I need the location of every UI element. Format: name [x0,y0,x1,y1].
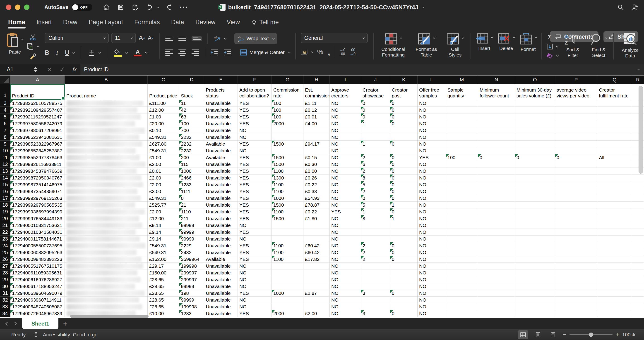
cell-C31[interactable]: £28.65 [148,290,179,297]
cell-H7[interactable] [304,127,330,134]
cell-J17[interactable]: 0 [361,195,390,202]
cell-I19[interactable]: YES [330,208,361,215]
cell-I26[interactable]: NO [330,256,361,263]
cell-N3[interactable] [478,100,515,107]
align-left-icon[interactable] [165,49,173,56]
cell-N29[interactable] [478,276,515,283]
cell-K8[interactable] [390,134,418,141]
cell-N34[interactable] [478,310,515,317]
cell-M22[interactable] [446,229,478,236]
cell-C4[interactable]: £12.00 [148,107,179,114]
cell-G33[interactable] [272,303,304,310]
cell-L31[interactable]: NO [418,290,446,297]
cell-G21[interactable] [272,222,304,229]
cell-A20[interactable]: 1729399976584449183 [10,215,65,222]
minimize-window-icon[interactable] [15,4,20,10]
cell-J6[interactable]: 1 [361,120,390,127]
cell-M20[interactable] [446,215,478,222]
cell-D27[interactable]: 199998 [179,263,204,269]
row-header-15[interactable]: 15 [0,181,10,188]
cell-F1[interactable]: Add to open collaboration? [238,84,272,100]
cell-M11[interactable]: 100 [446,154,478,161]
cell-J32[interactable] [361,297,390,303]
column-header-J[interactable]: J [361,75,390,84]
cell-B13[interactable] [65,168,148,174]
cell-F24[interactable]: YES [238,242,272,249]
comma-style-button[interactable]: , [328,50,330,54]
cell-C13[interactable]: £0.01 [148,168,179,174]
row-header-6[interactable]: 6 [0,120,10,127]
cell-E23[interactable]: Unavailable [204,236,238,242]
format-as-table-button[interactable]: Format as Table [414,33,439,58]
cell-P9[interactable] [555,141,597,147]
cell-Q17[interactable] [597,195,632,202]
cell-P8[interactable] [555,134,597,141]
cell-N4[interactable] [478,107,515,114]
more-commands-icon[interactable]: ··· [180,3,188,11]
cell-O23[interactable] [515,236,555,242]
cell-M15[interactable] [446,181,478,188]
cell-G1[interactable]: Commission rate [272,84,304,100]
cell-G16[interactable]: 1100 [272,188,304,195]
cell-J21[interactable] [361,222,390,229]
tab-view[interactable]: View [226,16,240,28]
cell-K26[interactable]: 0 [390,256,418,263]
cell-J30[interactable] [361,283,390,290]
cell-N32[interactable] [478,297,515,303]
cell-R15[interactable] [632,181,644,188]
cell-L29[interactable]: NO [418,276,446,283]
cell-C14[interactable]: £2.00 [148,174,179,181]
accessibility-status[interactable]: Accessibility: Good to go [43,332,98,338]
cell-C18[interactable]: £525.77 [148,202,179,208]
cell-K29[interactable] [390,276,418,283]
cell-J15[interactable]: 5 [361,181,390,188]
increase-decimal-button[interactable]: ←0.00 [340,48,345,56]
cell-P25[interactable] [555,249,597,256]
cell-F27[interactable]: NO [238,263,272,269]
cell-M17[interactable] [446,195,478,202]
cell-H1[interactable]: Est. commission [304,84,330,100]
cell-O13[interactable] [515,168,555,174]
format-cells-button[interactable]: Format [520,33,536,52]
cell-E13[interactable]: Unavailable [204,168,238,174]
wrap-text-button[interactable]: abc Wrap Text [234,33,277,44]
cell-R33[interactable] [632,303,644,310]
cell-M4[interactable] [446,107,478,114]
cell-J9[interactable]: 1 [361,141,390,147]
cell-H3[interactable]: £1.11 [304,100,330,107]
cell-J13[interactable]: 2 [361,168,390,174]
cell-L4[interactable]: NO [418,107,446,114]
cell-N12[interactable] [478,161,515,168]
bold-button[interactable]: B [45,49,49,56]
cell-K9[interactable]: 0 [390,141,418,147]
cell-M13[interactable] [446,168,478,174]
cell-L7[interactable]: NO [418,127,446,134]
cell-B16[interactable] [65,188,148,195]
cell-G12[interactable]: 1500 [272,161,304,168]
cell-O26[interactable] [515,256,555,263]
cell-M28[interactable] [446,269,478,276]
row-header-1[interactable]: 1 [0,84,10,100]
cell-J4[interactable]: 0 [361,107,390,114]
cell-I1[interactable]: Approve creators [330,84,361,100]
cell-I18[interactable]: NO [330,202,361,208]
cell-J1[interactable]: Creator showcase [361,84,390,100]
tab-insert[interactable]: Insert [36,16,52,28]
cell-P28[interactable] [555,269,597,276]
cell-F23[interactable]: NO [238,236,272,242]
cell-L12[interactable]: NO [418,161,446,168]
align-right-icon[interactable] [192,49,199,56]
cell-G27[interactable] [272,263,304,269]
cell-I6[interactable]: NO [330,120,361,127]
cell-N31[interactable] [478,290,515,297]
cell-Q21[interactable] [597,222,632,229]
cell-J20[interactable]: 8 [361,215,390,222]
cell-E8[interactable]: Unavailable [204,134,238,141]
cell-J29[interactable] [361,276,390,283]
cell-F7[interactable]: NO [238,127,272,134]
cell-O15[interactable] [515,181,555,188]
column-header-Q[interactable]: Q [597,75,632,84]
cell-Q29[interactable] [597,276,632,283]
cell-P23[interactable] [555,236,597,242]
column-header-P[interactable]: P [555,75,597,84]
